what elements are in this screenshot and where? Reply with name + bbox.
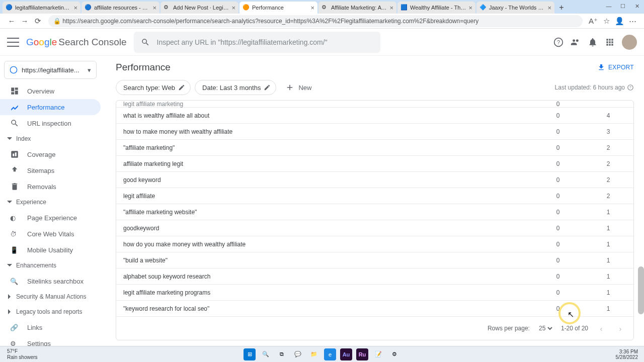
minimize-icon[interactable]: — <box>602 0 616 12</box>
settings-icon[interactable]: ⚙ <box>388 348 400 360</box>
nav-group-experience[interactable]: Experience <box>0 195 101 210</box>
rows-per-page-select[interactable]: 25 <box>537 324 554 332</box>
close-window-icon[interactable]: ✕ <box>630 0 644 12</box>
apps-icon[interactable] <box>605 37 615 47</box>
table-row[interactable]: "affiliate marketing"02 <box>116 140 633 156</box>
new-tab-button[interactable]: + <box>555 2 568 14</box>
nav-links[interactable]: 🔗Links <box>0 319 101 335</box>
close-icon[interactable]: × <box>310 4 314 12</box>
forward-icon[interactable]: → <box>18 15 31 28</box>
search-icon[interactable]: 🔍 <box>260 348 272 360</box>
browser-tab[interactable]: 🟦Wealthy Affiliate - The Home of× <box>397 2 475 14</box>
nav-sitelinks-searchbox[interactable]: 🔍Sitelinks searchbox <box>0 273 101 289</box>
notifications-icon[interactable] <box>588 37 598 47</box>
edge-icon[interactable]: e <box>324 348 336 360</box>
table-row[interactable]: alphabet soup keyword research01 <box>116 268 633 285</box>
explorer-icon[interactable]: 📁 <box>308 348 320 360</box>
favicon-icon: 🔷 <box>479 4 487 11</box>
favicon-icon: 🟠 <box>243 4 250 11</box>
help-icon[interactable]: ? <box>553 37 564 47</box>
prev-page-icon[interactable]: ‹ <box>595 322 607 334</box>
close-icon[interactable]: × <box>547 4 551 12</box>
close-icon[interactable]: × <box>152 4 156 12</box>
favorite-icon[interactable]: ☆ <box>600 15 613 28</box>
removals-icon <box>10 182 19 191</box>
export-button[interactable]: EXPORT <box>597 63 634 71</box>
filter-search-type[interactable]: Search type: Web <box>116 80 191 95</box>
app-logo: Google Search Console <box>26 37 127 48</box>
table-row[interactable]: good keyword02 <box>116 172 633 188</box>
rush-icon[interactable]: Ru <box>356 348 368 360</box>
nav-sitemaps[interactable]: Sitemaps <box>0 162 101 178</box>
profile-icon[interactable]: 👤 <box>613 15 626 28</box>
nav-overview[interactable]: Overview <box>0 83 101 99</box>
svg-text:?: ? <box>629 85 631 89</box>
table-row[interactable]: goodkeyword01 <box>116 220 633 236</box>
task-view-icon[interactable]: ⧉ <box>276 348 288 360</box>
audition-icon[interactable]: Au <box>340 348 352 360</box>
scrollbar-thumb[interactable] <box>638 266 644 314</box>
chevron-down-icon <box>7 200 12 205</box>
overview-icon <box>10 86 19 96</box>
table-row[interactable]: "affiliate marketing website"01 <box>116 204 633 220</box>
table-pager: Rows per page: 25 1-20 of 20 ‹ › <box>116 317 633 340</box>
avatar[interactable] <box>622 35 637 50</box>
close-icon[interactable]: × <box>389 4 393 12</box>
browser-tab[interactable]: 🔵legitaffiliatemarketing.com - Go× <box>3 2 80 14</box>
edit-icon <box>178 84 185 91</box>
table-row[interactable]: "keyword research for local seo"01 <box>116 301 633 317</box>
filter-date[interactable]: Date: Last 3 months <box>195 80 276 95</box>
nav-group-security[interactable]: Security & Manual Actions <box>0 289 101 304</box>
table-row[interactable]: affiliate marketing legit02 <box>116 156 633 172</box>
nav-mobile-usability[interactable]: 📱Mobile Usability <box>0 242 101 258</box>
nav-performance[interactable]: Performance <box>0 99 101 115</box>
table-row[interactable]: how do you make money with wealthy affil… <box>116 236 633 252</box>
property-selector[interactable]: https://legitaffiliate... ▾ <box>4 61 97 79</box>
maximize-icon[interactable]: ☐ <box>616 0 630 12</box>
nav-group-enhancements[interactable]: Enhancements <box>0 258 101 273</box>
table-row[interactable]: legit affiliate marketing0 <box>116 101 633 108</box>
table-row[interactable]: what is wealthy affiliate all about04 <box>116 108 633 124</box>
table-row[interactable]: legit affiliate marketing programs01 <box>116 285 633 301</box>
nav-url-inspection[interactable]: URL inspection <box>0 115 101 131</box>
filter-bar: Search type: Web Date: Last 3 months New… <box>116 80 634 95</box>
url-inspect-input[interactable]: Inspect any URL in "https://legitaffilia… <box>134 32 380 53</box>
svg-text:?: ? <box>557 39 560 45</box>
back-icon[interactable]: ← <box>5 15 18 28</box>
edit-icon <box>264 84 271 91</box>
address-input[interactable]: 🔒 https://search.google.com/search-conso… <box>48 15 583 27</box>
nav-group-index[interactable]: Index <box>0 131 101 146</box>
browser-tab[interactable]: ⚙Add New Post · Legit Affiliate M× <box>160 2 238 14</box>
close-icon[interactable]: × <box>73 4 77 12</box>
reader-icon[interactable]: A⁺ <box>587 15 600 28</box>
browser-tab-active[interactable]: 🟠Performance× <box>239 2 317 14</box>
help-icon[interactable]: ? <box>627 84 634 91</box>
notes-icon[interactable]: 📝 <box>372 348 384 360</box>
system-tray[interactable]: 3:36 PM 5/28/2022 <box>616 349 638 360</box>
close-icon[interactable]: × <box>468 4 472 12</box>
table-row[interactable]: legit affiliate02 <box>116 188 633 204</box>
menu-icon[interactable] <box>7 38 19 47</box>
table-row[interactable]: "build a website"01 <box>116 252 633 268</box>
scrollbar-track[interactable] <box>638 93 644 314</box>
nav-removals[interactable]: Removals <box>0 178 101 195</box>
nav-page-experience[interactable]: ◐Page Experience <box>0 210 101 226</box>
favicon-icon: 🔵 <box>6 4 13 11</box>
add-filter-button[interactable]: New <box>280 80 316 95</box>
nav-coverage[interactable]: Coverage <box>0 146 101 162</box>
nav-group-legacy[interactable]: Legacy tools and reports <box>0 304 101 319</box>
start-icon[interactable]: ⊞ <box>244 348 256 360</box>
weather-widget[interactable]: 57°F Rain showers <box>7 348 38 360</box>
menu-icon[interactable]: ⋯ <box>626 15 639 28</box>
search-icon <box>141 38 150 47</box>
browser-tab[interactable]: 🔵affiliate resources - Google Se× <box>82 2 159 14</box>
browser-tab[interactable]: ⚙Affiliate Marketing: A Legit Way× <box>318 2 396 14</box>
table-row[interactable]: how to make money with wealthy affiliate… <box>116 124 633 140</box>
next-page-icon[interactable]: › <box>614 322 626 334</box>
close-icon[interactable]: × <box>231 4 235 12</box>
browser-tab[interactable]: 🔷Jaaxy - The Worlds Most Advan× <box>476 2 554 14</box>
refresh-icon[interactable]: ⟳ <box>31 15 44 28</box>
chat-icon[interactable]: 💬 <box>292 348 304 360</box>
people-icon[interactable] <box>571 37 581 47</box>
nav-core-web-vitals[interactable]: ⏱Core Web Vitals <box>0 226 101 242</box>
